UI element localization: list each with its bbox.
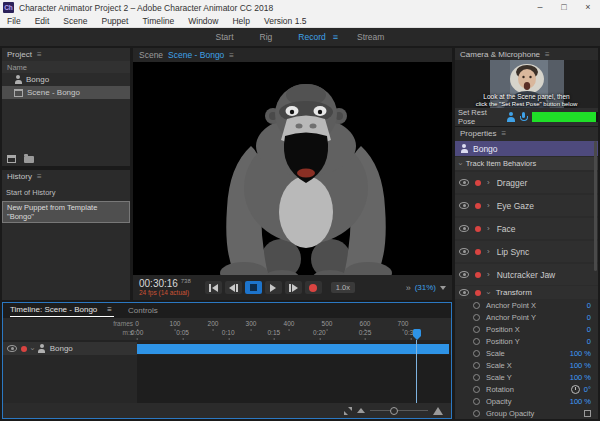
record-arm-icon[interactable] [475,203,481,209]
record-arm-icon[interactable] [475,272,481,278]
panel-menu-icon[interactable]: ≡ [545,50,550,59]
go-to-start-button[interactable] [205,281,222,294]
record-button[interactable] [305,281,322,294]
previous-frame-button[interactable] [225,281,242,294]
property-value[interactable]: 100 % [570,349,591,358]
playback-speed[interactable]: 1.0x [331,282,355,293]
stop-button[interactable] [245,281,262,294]
property-value[interactable]: 100 % [570,361,591,370]
property-value[interactable]: 100 % [570,397,591,406]
timeline-tab[interactable]: Timeline: Scene - Bongo ≡ [10,304,114,317]
panel-menu-icon[interactable]: ≡ [37,172,42,181]
playhead-marker[interactable] [413,329,421,336]
history-item[interactable]: Start of History [2,186,130,198]
selected-puppet-row[interactable]: Bongo [455,141,598,156]
behavior-row-nutcracker-jaw[interactable]: ›Nutcracker Jaw [455,264,598,285]
track-duration-bar[interactable] [137,344,449,354]
behavior-row-face[interactable]: ›Face [455,218,598,239]
property-value[interactable]: 0 [587,337,591,346]
menu-version-1-5[interactable]: Version 1.5 [257,15,314,28]
panel-menu-icon[interactable]: ≡ [107,305,112,314]
viewport-zoom-level[interactable]: (31%) [415,283,436,292]
panel-menu-icon[interactable]: ≡ [501,129,506,138]
property-value[interactable]: 100 % [570,373,591,382]
eye-icon[interactable] [7,345,17,352]
gorilla-character[interactable] [203,76,409,275]
menu-puppet[interactable]: Puppet [94,15,135,28]
timeline-zoom-slider[interactable] [370,406,428,415]
chevron-down-icon[interactable] [440,286,446,290]
keyframe-toggle-icon[interactable] [473,302,480,309]
record-arm-icon[interactable] [21,346,27,352]
close-button[interactable]: × [576,0,600,15]
next-frame-button[interactable] [285,281,302,294]
keyframe-toggle-icon[interactable] [473,326,480,333]
property-value[interactable]: 0 [587,325,591,334]
project-name-column-header[interactable]: Name [2,61,130,73]
chevron-right-icon[interactable]: › [487,202,490,210]
workspace-tab-record[interactable]: Record [285,32,338,42]
eye-icon[interactable] [459,225,469,232]
camera-input-toggle-icon[interactable] [507,112,515,122]
eye-icon[interactable] [459,289,469,296]
history-item[interactable]: New Puppet from Template "Bongo" [2,201,130,223]
keyframe-toggle-icon[interactable] [473,338,480,345]
zoom-out-icon[interactable] [357,408,365,413]
zoom-in-icon[interactable] [433,407,443,415]
chevron-right-icon[interactable]: › [487,225,490,233]
play-button[interactable] [265,281,282,294]
keyframe-toggle-icon[interactable] [473,386,480,393]
scene-tab-name[interactable]: Scene - Bongo [168,50,224,60]
chevron-right-icon[interactable]: › [487,179,490,187]
record-arm-icon[interactable] [475,226,481,232]
behavior-row-transform[interactable]: › Transform [455,286,598,299]
project-item-bongo[interactable]: Bongo [2,73,130,86]
fit-timeline-icon[interactable] [344,407,352,415]
behavior-row-lip-sync[interactable]: ›Lip Sync [455,241,598,262]
eye-icon[interactable] [459,179,469,186]
chevron-down-icon[interactable]: › [28,347,36,350]
properties-scrollbar[interactable] [594,141,597,271]
record-arm-icon[interactable] [475,180,481,186]
behavior-row-dragger[interactable]: ›Dragger [455,172,598,193]
menu-edit[interactable]: Edit [28,15,57,28]
zoom-slider-handle[interactable] [390,407,398,415]
workspace-menu-icon[interactable]: ≡ [333,32,338,42]
chevron-down-icon[interactable]: › [484,291,492,294]
keyframe-toggle-icon[interactable] [473,314,480,321]
workspace-tab-start[interactable]: Start [203,32,247,42]
chevron-right-icon[interactable]: › [487,271,490,279]
keyframe-toggle-icon[interactable] [473,362,480,369]
property-value[interactable]: 0 [587,301,591,310]
microphone-input-toggle-icon[interactable] [520,112,526,122]
menu-scene[interactable]: Scene [56,15,94,28]
menu-timeline[interactable]: Timeline [135,15,181,28]
menu-help[interactable]: Help [225,15,256,28]
project-item-scene-bongo[interactable]: Scene - Bongo [2,86,130,99]
property-value[interactable]: 0° [584,385,591,394]
timecode[interactable]: 00:30:16 738 [139,278,191,289]
panel-menu-icon[interactable]: ≡ [229,51,234,60]
keyframe-toggle-icon[interactable] [473,410,480,417]
menu-window[interactable]: Window [181,15,225,28]
property-value[interactable]: 0 [587,313,591,322]
fast-forward-icon[interactable]: » [406,283,411,293]
track-item-behaviors-section[interactable]: › Track Item Behaviors [455,157,598,170]
set-rest-pose-button[interactable]: Set Rest Pose [458,108,499,126]
menu-file[interactable]: File [0,15,28,28]
record-arm-icon[interactable] [475,290,481,296]
keyframe-toggle-icon[interactable] [473,398,480,405]
maximize-button[interactable]: □ [552,0,576,15]
eye-icon[interactable] [459,248,469,255]
new-folder-icon[interactable] [24,156,34,163]
controls-tab[interactable]: Controls [128,306,158,315]
chevron-right-icon[interactable]: › [487,248,490,256]
workspace-tab-stream[interactable]: Stream [344,32,397,42]
workspace-tab-rig[interactable]: Rig [247,32,286,42]
scene-viewport[interactable] [133,62,452,275]
keyframe-toggle-icon[interactable] [473,374,480,381]
eye-icon[interactable] [459,202,469,209]
clock-icon[interactable] [571,385,580,394]
track-header[interactable]: › Bongo [3,342,137,355]
behavior-row-eye-gaze[interactable]: ›Eye Gaze [455,195,598,216]
